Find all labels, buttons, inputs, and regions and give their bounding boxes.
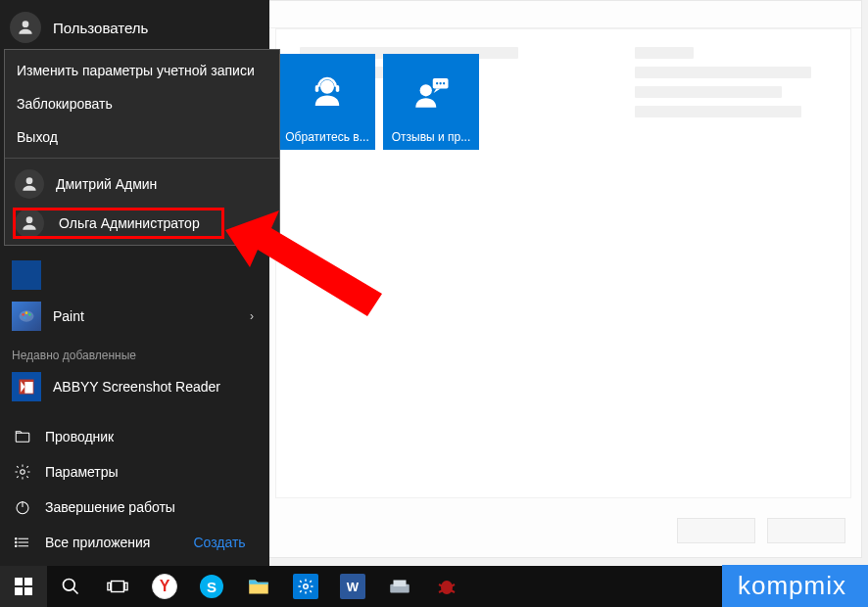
scanner-icon [386, 573, 413, 600]
svg-rect-29 [15, 578, 23, 585]
gear-icon [14, 463, 31, 481]
svg-line-34 [73, 589, 78, 594]
switch-user-name: Ольга Администратор [59, 215, 200, 231]
taskbar-bug[interactable] [423, 566, 470, 607]
settings-button[interactable]: Параметры [0, 454, 269, 490]
svg-rect-16 [16, 433, 29, 442]
all-apps-label: Все приложения [45, 535, 150, 550]
svg-point-3 [420, 84, 432, 96]
person-chat-icon [410, 71, 452, 113]
highlight-annotation: Ольга Администратор [13, 208, 224, 239]
taskbar-settings[interactable] [282, 566, 329, 607]
current-user-name: Пользователь [53, 20, 148, 36]
svg-rect-40 [394, 581, 407, 587]
svg-point-38 [304, 584, 309, 589]
taskbar-word[interactable]: W [329, 566, 376, 607]
bg-cancel-button [767, 518, 845, 543]
tile-label: Обратитесь в... [285, 130, 369, 144]
bg-ok-button [677, 518, 755, 543]
tile-get-help[interactable]: Обратитесь в... [279, 54, 375, 150]
headset-person-icon [307, 71, 348, 113]
account-context-menu: Изменить параметры учетной записи Заблок… [4, 49, 280, 246]
svg-point-12 [28, 313, 31, 316]
taskbar-skype[interactable]: S [188, 566, 235, 607]
app-row-abbyy[interactable]: ABBYY Screenshot Reader [0, 366, 269, 407]
user-avatar-icon [15, 169, 44, 199]
sys-label: Параметры [45, 464, 119, 480]
sys-label: Проводник [45, 429, 114, 444]
bug-icon [433, 573, 460, 600]
app-row-unknown[interactable] [0, 255, 269, 296]
tile-feedback[interactable]: Отзывы и пр... [383, 54, 479, 150]
svg-point-23 [16, 538, 18, 540]
all-apps-row[interactable]: Все приложения Создать [0, 525, 269, 560]
svg-point-41 [441, 581, 453, 594]
svg-line-44 [439, 590, 443, 592]
svg-point-10 [22, 313, 24, 316]
svg-point-7 [443, 82, 445, 84]
word-icon: W [340, 574, 365, 599]
svg-rect-36 [108, 583, 111, 589]
svg-rect-30 [24, 578, 32, 585]
svg-rect-37 [124, 583, 127, 589]
windows-icon [15, 578, 32, 595]
svg-rect-1 [315, 85, 319, 92]
svg-point-6 [439, 82, 441, 84]
app-label: ABBYY Screenshot Reader [53, 379, 220, 395]
switch-user-dmitry[interactable]: Дмитрий Админ [5, 163, 279, 206]
search-icon [61, 577, 80, 596]
recently-added-label: Недавно добавленные [0, 337, 269, 366]
svg-point-17 [21, 470, 25, 475]
svg-point-33 [64, 580, 75, 591]
task-view-button[interactable] [94, 566, 141, 607]
menu-divider [5, 158, 279, 159]
app-icon [12, 260, 41, 290]
svg-point-0 [320, 80, 334, 94]
task-view-icon [107, 578, 128, 595]
app-row-paint[interactable]: Paint › [0, 296, 269, 337]
switch-user-name: Дмитрий Админ [56, 176, 157, 192]
search-button[interactable] [47, 566, 94, 607]
sys-label: Завершение работы [45, 499, 175, 515]
folder-icon [245, 573, 272, 600]
svg-point-25 [16, 545, 18, 547]
create-link[interactable]: Создать [193, 535, 245, 550]
svg-point-11 [25, 311, 28, 314]
svg-point-24 [16, 541, 18, 543]
chevron-right-icon: › [250, 309, 254, 323]
yandex-icon: Y [152, 574, 177, 599]
svg-point-8 [23, 21, 29, 27]
file-explorer-button[interactable]: Проводник [0, 419, 269, 454]
watermark: kompmix [722, 565, 868, 607]
svg-point-5 [436, 82, 438, 84]
menu-change-account-settings[interactable]: Изменить параметры учетной записи [5, 54, 279, 87]
svg-rect-35 [112, 582, 124, 592]
svg-rect-15 [24, 382, 32, 394]
paint-icon [12, 302, 41, 331]
svg-point-26 [26, 177, 33, 184]
svg-rect-31 [15, 587, 23, 595]
switch-user-olga[interactable]: Ольга Администратор [5, 206, 279, 241]
menu-sign-out[interactable]: Выход [5, 120, 279, 154]
svg-rect-2 [336, 85, 340, 92]
power-icon [14, 498, 31, 516]
folder-icon [14, 428, 31, 445]
taskbar-scanner[interactable] [376, 566, 423, 607]
start-tile-area: Обратитесь в... Отзывы и пр... [279, 0, 612, 566]
start-button[interactable] [0, 566, 47, 607]
start-menu-bottom: Проводник Параметры Завершение работы Вс… [0, 413, 269, 566]
current-user-button[interactable]: Пользователь [0, 0, 269, 51]
taskbar-explorer[interactable] [235, 566, 282, 607]
user-avatar-icon [10, 12, 41, 43]
power-button[interactable]: Завершение работы [0, 490, 269, 525]
abbyy-icon [12, 372, 41, 401]
svg-point-13 [24, 316, 26, 319]
gear-icon [293, 574, 318, 599]
taskbar-yandex[interactable]: Y [141, 566, 188, 607]
tile-label: Отзывы и пр... [389, 130, 473, 144]
menu-lock[interactable]: Заблокировать [5, 87, 279, 120]
app-label: Paint [53, 308, 84, 324]
svg-rect-32 [24, 587, 32, 595]
svg-line-45 [451, 590, 455, 592]
skype-icon: S [200, 575, 223, 598]
